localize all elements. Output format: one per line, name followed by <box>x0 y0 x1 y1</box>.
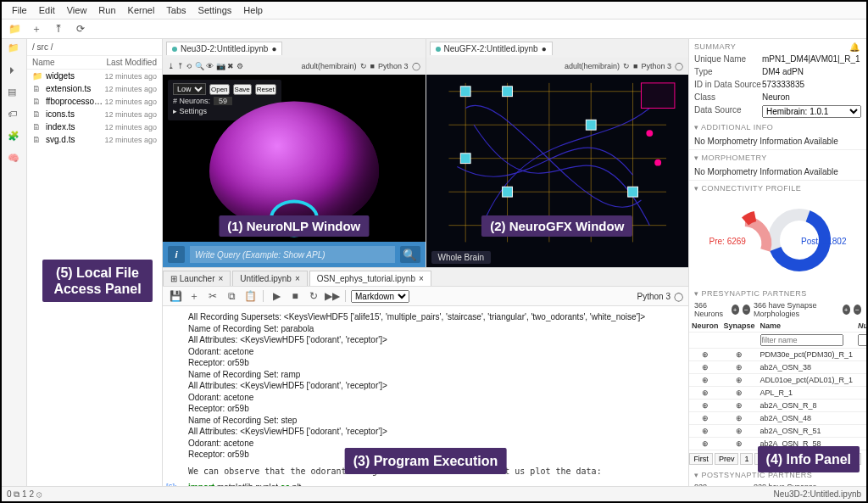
cut-icon[interactable]: ✂ <box>205 288 220 304</box>
add-synapse-icon[interactable]: ⊕ <box>721 349 758 361</box>
add-synapse-icon[interactable]: ⊕ <box>721 361 758 374</box>
pager-btn[interactable]: First <box>689 453 713 465</box>
add-neuron-icon[interactable]: ⊕ <box>689 361 721 374</box>
num-filter-input[interactable] <box>858 334 866 346</box>
file-row[interactable]: 🗎svg.d.ts12 minutes ago <box>27 133 162 146</box>
nb-kernel[interactable]: Python 3 <box>637 292 670 301</box>
col-name[interactable]: Name <box>758 320 856 333</box>
table-row[interactable]: ⊕⊕ADL01oe_pct(ADL01)_R_183 <box>689 374 866 387</box>
notebook-content[interactable]: All Recording Supersets: <KeysViewHDF5 [… <box>163 306 688 486</box>
stop-icon[interactable]: ■ <box>633 62 637 70</box>
add-neuron-icon[interactable]: ⊕ <box>689 425 721 438</box>
close-icon[interactable]: × <box>295 274 300 283</box>
add-synapse-icon[interactable]: ⊕ <box>721 412 758 425</box>
add-synapse-icon[interactable]: ⊕ <box>721 387 758 400</box>
add-neuron-icon[interactable]: ⊕ <box>689 438 721 450</box>
table-row[interactable]: ⊕⊕PDM30e_pct(PDM30)_R_1118 <box>689 349 866 361</box>
menu-edit[interactable]: Edit <box>34 3 60 17</box>
file-row[interactable]: 🗎extension.ts12 minutes ago <box>27 82 162 95</box>
viz1-kernel[interactable]: Python 3 <box>378 62 409 70</box>
save-icon[interactable]: 💾 <box>168 288 183 304</box>
table-row[interactable]: ⊕⊕ab2A_OSN_3892 <box>689 361 866 374</box>
pager-btn[interactable]: Prev <box>715 453 739 465</box>
whole-brain-tag[interactable]: Whole Brain <box>431 251 491 264</box>
viz1-canvas[interactable]: Low Open Save Reset # Neurons:59 ▸ Setti… <box>163 75 426 267</box>
file-row[interactable]: 📁widgets12 minutes ago <box>27 70 162 82</box>
menu-settings[interactable]: Settings <box>193 3 237 17</box>
upload-icon[interactable]: ⤒ <box>51 21 66 36</box>
table-row[interactable]: ⊕⊕ab2A_OSN_R_878 <box>689 400 866 412</box>
col-synapse[interactable]: Synapse <box>721 320 758 333</box>
add-cell-icon[interactable]: ＋ <box>186 288 202 304</box>
col-name[interactable]: Name <box>32 58 107 67</box>
minus-icon[interactable]: − <box>743 305 750 315</box>
col-number[interactable]: Number <box>855 320 866 333</box>
file-row[interactable]: 🗎icons.ts12 minutes ago <box>27 108 162 120</box>
menu-tabs[interactable]: Tabs <box>161 3 191 17</box>
new-folder-icon[interactable]: 📁 <box>7 21 22 36</box>
celltype-select[interactable]: Markdown <box>351 290 409 303</box>
menu-view[interactable]: View <box>62 3 92 17</box>
viz2-kernel[interactable]: Python 3 <box>641 62 671 70</box>
table-row[interactable]: ⊕⊕ab2A_OSN_R_5176 <box>689 425 866 438</box>
run-all-icon[interactable]: ▶▶ <box>325 288 340 304</box>
nlp-search-input[interactable] <box>190 246 395 263</box>
viz1-dataset[interactable]: adult(hemibrain) <box>302 62 357 70</box>
refresh-icon[interactable]: ↻ <box>623 62 630 70</box>
extensions-icon[interactable]: 🧩 <box>8 131 21 144</box>
run-icon[interactable]: ▶ <box>269 288 284 304</box>
minus-icon[interactable]: − <box>854 305 861 315</box>
add-neuron-icon[interactable]: ⊕ <box>689 349 721 361</box>
save-btn[interactable]: Save <box>233 84 252 95</box>
restart-icon[interactable]: ↻ <box>306 288 321 304</box>
file-row[interactable]: 🗎ffboprocessor.tsx12 minutes ago <box>27 95 162 108</box>
reset-btn[interactable]: Reset <box>255 84 276 95</box>
table-row[interactable]: ⊕⊕ab2A_OSN_4878 <box>689 412 866 425</box>
add-neuron-icon[interactable]: ⊕ <box>689 412 721 425</box>
brain-icon[interactable]: 🧠 <box>8 153 21 166</box>
bell-icon[interactable]: 🔔 <box>849 42 861 54</box>
pager-btn[interactable]: 1 <box>740 453 753 465</box>
notebook-tab[interactable]: Untitled.ipynb × <box>232 271 307 286</box>
menu-help[interactable]: Help <box>238 3 268 17</box>
add-synapse-icon[interactable]: ⊕ <box>721 400 758 412</box>
plus-icon[interactable]: + <box>732 305 739 315</box>
close-icon[interactable]: × <box>218 274 223 283</box>
table-row[interactable]: ⊕⊕APL_R_179 <box>689 387 866 400</box>
add-neuron-icon[interactable]: ⊕ <box>689 374 721 387</box>
menu-file[interactable]: File <box>7 3 32 17</box>
menu-kernel[interactable]: Kernel <box>123 3 160 17</box>
add-synapse-icon[interactable]: ⊕ <box>721 374 758 387</box>
col-modified[interactable]: Last Modified <box>107 58 157 67</box>
add-neuron-icon[interactable]: ⊕ <box>689 400 721 412</box>
refresh-icon[interactable]: ⟳ <box>73 21 88 36</box>
add-neuron-icon[interactable]: ⊕ <box>689 387 721 400</box>
stop-icon[interactable]: ■ <box>287 288 303 304</box>
commands-icon[interactable]: ▤ <box>8 87 21 100</box>
close-icon[interactable]: ● <box>542 44 547 53</box>
add-synapse-icon[interactable]: ⊕ <box>721 425 758 438</box>
new-file-icon[interactable]: ＋ <box>29 21 44 36</box>
stop-icon[interactable]: ■ <box>370 62 375 70</box>
open-btn[interactable]: Open <box>209 84 230 95</box>
viz2-canvas[interactable]: (2) NeuroGFX Window Whole Brain <box>426 75 689 267</box>
col-neuron[interactable]: Neuron <box>689 320 721 333</box>
close-icon[interactable]: × <box>419 274 424 283</box>
notebook-tab[interactable]: OSN_ephys_tutorial.ipynb × <box>309 271 431 286</box>
notebook-tab[interactable]: ⊞ Launcher × <box>163 271 231 286</box>
search-icon[interactable]: 🔍 <box>400 246 420 263</box>
viz2-dataset[interactable]: adult(hemibrain) <box>565 62 620 70</box>
folder-icon[interactable]: 📁 <box>8 42 21 56</box>
add-synapse-icon[interactable]: ⊕ <box>721 438 758 450</box>
running-icon[interactable]: ⏵ <box>8 64 21 78</box>
tags-icon[interactable]: 🏷 <box>8 109 21 122</box>
plus-icon[interactable]: + <box>843 305 850 315</box>
refresh-icon[interactable]: ↻ <box>360 62 367 70</box>
name-filter-input[interactable] <box>760 334 844 346</box>
viz2-tab[interactable]: NeuGFX-2:Untitled.ipynb● <box>430 42 553 55</box>
code-cell[interactable]: [6]: import matplotlib.pyplot as plt fro… <box>188 482 680 486</box>
paste-icon[interactable]: 📋 <box>242 288 258 304</box>
data-source-select[interactable]: Hemibrain: 1.0.1 <box>762 105 861 118</box>
file-row[interactable]: 🗎index.ts12 minutes ago <box>27 120 162 133</box>
breadcrumb[interactable]: / src / <box>27 39 162 56</box>
